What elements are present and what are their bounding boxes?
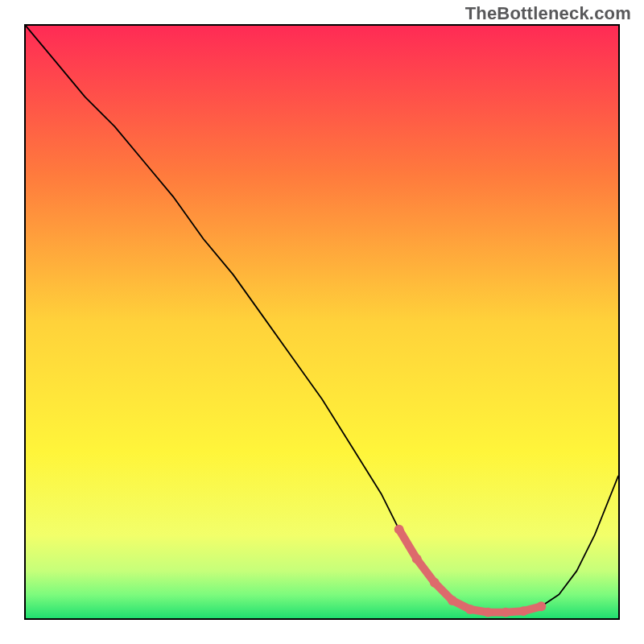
svg-point-1: [412, 554, 422, 564]
svg-point-2: [430, 578, 440, 588]
chart-svg: [26, 26, 618, 618]
svg-point-0: [394, 525, 404, 535]
svg-point-7: [518, 606, 528, 616]
svg-point-6: [501, 608, 510, 617]
chart-stage: TheBottleneck.com: [0, 0, 644, 644]
plot-area: [24, 24, 620, 620]
svg-point-8: [536, 601, 546, 611]
gradient-background: [26, 26, 618, 618]
svg-point-4: [465, 605, 475, 614]
svg-point-3: [448, 596, 457, 605]
svg-point-5: [483, 608, 493, 617]
watermark-text: TheBottleneck.com: [465, 3, 631, 24]
